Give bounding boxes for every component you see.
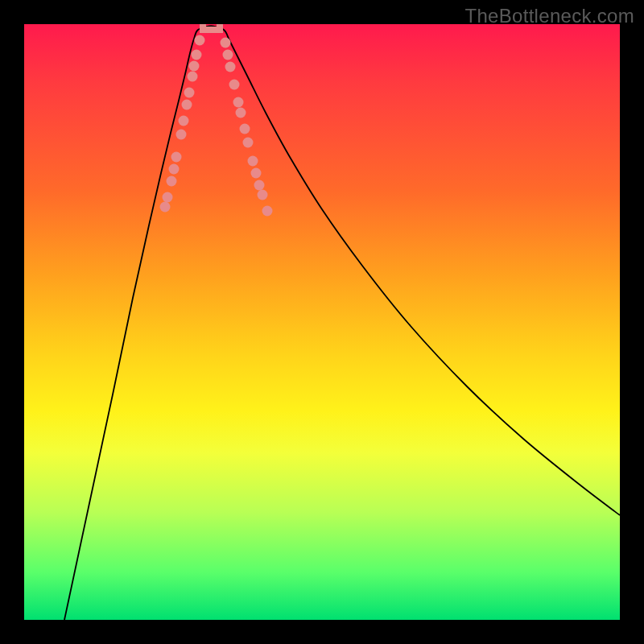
- data-dot: [221, 38, 231, 48]
- data-dot: [258, 190, 268, 200]
- data-dot: [254, 180, 265, 191]
- data-dot: [225, 62, 236, 72]
- dots-right-group: [221, 38, 273, 217]
- data-dot: [188, 72, 198, 82]
- data-dot: [182, 100, 192, 110]
- watermark-text: TheBottleneck.com: [464, 5, 634, 27]
- data-dot: [167, 176, 177, 187]
- data-dot: [236, 108, 246, 118]
- plot-area: [24, 24, 620, 620]
- data-dot: [176, 130, 187, 140]
- data-dot: [262, 206, 273, 217]
- right-branch-curve: [211, 26, 620, 515]
- data-dot: [251, 168, 262, 179]
- data-dot: [248, 156, 258, 167]
- data-dot: [223, 50, 233, 60]
- data-dot: [171, 152, 182, 163]
- data-dot: [163, 192, 173, 203]
- data-dot: [179, 116, 189, 126]
- data-dot: [184, 88, 195, 98]
- data-dot: [240, 124, 250, 134]
- data-dot: [229, 80, 240, 90]
- data-dot: [189, 61, 200, 72]
- curve-layer: [24, 24, 620, 620]
- data-dot: [160, 202, 171, 213]
- data-dot: [192, 50, 202, 60]
- dots-left-group: [160, 35, 205, 213]
- chart-frame: TheBottleneck.com: [0, 0, 644, 644]
- data-dot: [169, 164, 180, 175]
- data-dot: [233, 97, 244, 108]
- data-dot: [195, 35, 205, 46]
- left-branch-curve: [64, 26, 211, 620]
- data-dot: [243, 138, 254, 148]
